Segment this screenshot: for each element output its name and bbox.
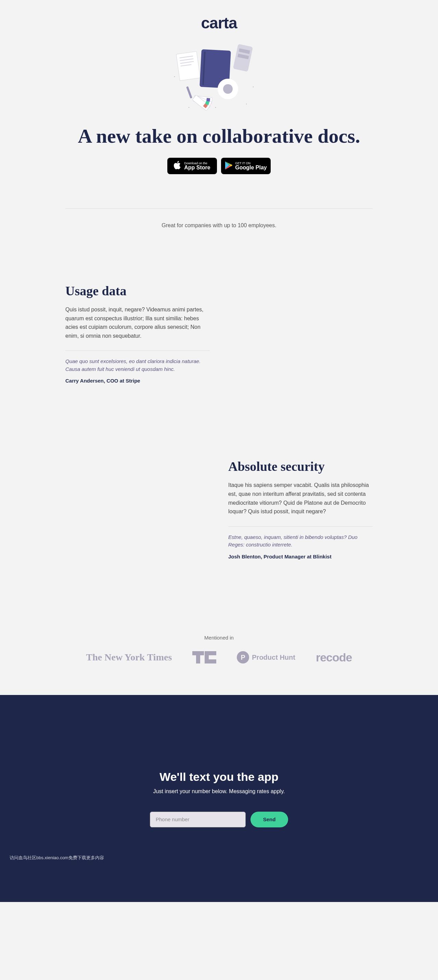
feature-title: Usage data xyxy=(65,283,210,298)
brand-logo: carta xyxy=(65,14,373,32)
feature-body: Quis istud possit, inquit, negare? Videa… xyxy=(65,305,210,340)
product-hunt-text: Product Hunt xyxy=(252,654,295,662)
hero: carta xyxy=(65,0,373,191)
nyt-logo: The New York Times xyxy=(86,652,172,663)
feature-usage-data: Usage data Quis istud possit, inquit, ne… xyxy=(65,283,373,383)
footer-title: We'll text you the app xyxy=(0,770,438,784)
google-play-button[interactable]: GET IT ON Google Play xyxy=(221,158,271,174)
send-button[interactable]: Send xyxy=(250,811,288,827)
svg-rect-0 xyxy=(176,51,200,81)
feature-attribution: Josh Blenton, Product Manager at Blinkis… xyxy=(228,554,373,560)
press-label: Mentioned in xyxy=(65,635,373,641)
techcrunch-logo xyxy=(192,651,216,663)
phone-input[interactable] xyxy=(150,811,246,827)
feature-title: Absolute security xyxy=(228,459,373,474)
svg-rect-18 xyxy=(186,86,192,99)
phone-form: Send xyxy=(0,811,438,827)
product-hunt-icon: P xyxy=(237,651,249,663)
footer: We'll text you the app Just insert your … xyxy=(0,695,438,902)
feature-quote: Estne, quaeso, inquam, sitienti in biben… xyxy=(228,533,373,549)
feature-body: Itaque his sapiens semper vacabit. Quali… xyxy=(228,481,373,515)
press-section: Mentioned in The New York Times P Produc… xyxy=(65,635,373,695)
store-buttons: Download on the App Store GET IT ON Goog… xyxy=(65,158,373,174)
google-play-big: Google Play xyxy=(235,165,266,170)
tagline: Great for companies with up to 100 emplo… xyxy=(65,223,373,229)
svg-point-19 xyxy=(174,76,175,77)
svg-point-11 xyxy=(223,84,233,94)
svg-rect-26 xyxy=(205,651,216,655)
feature-quote: Quae quo sunt excelsiores, eo dant clari… xyxy=(65,358,210,373)
app-store-big: App Store xyxy=(184,165,210,170)
svg-point-23 xyxy=(188,107,190,108)
divider xyxy=(65,208,373,209)
footer-subtitle: Just insert your number below. Messaging… xyxy=(0,788,438,795)
feature-absolute-security: Absolute security Itaque his sapiens sem… xyxy=(65,459,373,559)
product-hunt-logo: P Product Hunt xyxy=(237,651,295,663)
svg-rect-25 xyxy=(196,655,200,663)
google-play-icon xyxy=(225,161,233,171)
svg-rect-24 xyxy=(192,651,204,655)
hero-illustration xyxy=(168,39,270,114)
feature-attribution: Carry Andersen, COO at Stripe xyxy=(65,378,210,383)
svg-point-22 xyxy=(246,104,247,105)
fine-print: 访问血鸟社区bbs.xieniao.com免费下载更多内容 xyxy=(10,855,438,861)
svg-rect-28 xyxy=(205,659,216,663)
divider xyxy=(228,526,373,527)
app-store-button[interactable]: Download on the App Store xyxy=(167,158,217,174)
svg-point-20 xyxy=(253,87,254,88)
divider xyxy=(65,350,210,351)
apple-icon xyxy=(174,161,182,171)
svg-point-21 xyxy=(215,107,216,108)
recode-logo: recode xyxy=(316,651,352,664)
hero-headline: A new take on collaborative docs. xyxy=(65,124,373,148)
